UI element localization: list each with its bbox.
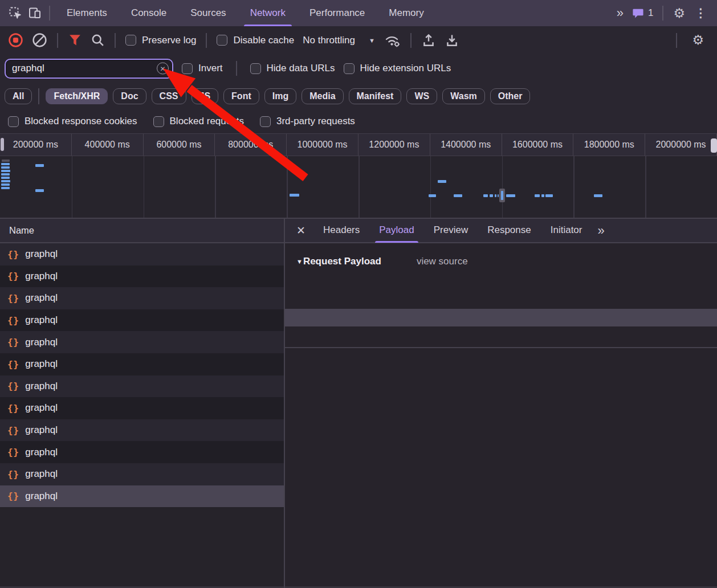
- request-timing-bar[interactable]: [1, 170, 10, 172]
- chip-wasm[interactable]: Wasm: [442, 88, 485, 104]
- more-tabs-icon[interactable]: »: [611, 6, 628, 21]
- ruler-right-handle[interactable]: [711, 138, 717, 153]
- request-timing-bar[interactable]: [495, 194, 496, 197]
- close-details-icon[interactable]: ✕: [288, 224, 313, 237]
- network-conditions-button[interactable]: [384, 33, 401, 48]
- details-more-tabs-icon[interactable]: »: [592, 223, 608, 238]
- request-row[interactable]: {}graphql: [0, 419, 284, 442]
- details-tab-preview[interactable]: Preview: [424, 218, 478, 243]
- request-timing-bar[interactable]: [1, 163, 10, 165]
- payload-query-line-selected[interactable]: query: "query ipFlowTimeseries($accountT…: [285, 309, 717, 326]
- request-timing-bar[interactable]: [498, 194, 499, 197]
- tab-sources[interactable]: Sources: [178, 0, 238, 26]
- chip-img[interactable]: Img: [264, 88, 296, 104]
- clear-network-log-button[interactable]: [32, 32, 47, 48]
- request-row[interactable]: {}graphql: [0, 353, 284, 375]
- payload-root-line[interactable]: ▼{operationName: "ipFlowTimeseries", var…: [285, 272, 717, 290]
- timeline-tick: 1000000 ms: [287, 134, 358, 156]
- device-toolbar-icon[interactable]: [25, 3, 44, 23]
- request-timing-bar[interactable]: [1, 187, 10, 189]
- clear-filter-icon[interactable]: ✕: [157, 63, 169, 75]
- tab-performance[interactable]: Performance: [298, 0, 377, 26]
- request-row[interactable]: {}graphql: [0, 309, 284, 332]
- request-row[interactable]: {}graphql: [0, 243, 284, 266]
- chip-css[interactable]: CSS: [152, 88, 186, 104]
- export-har-button[interactable]: [445, 33, 459, 48]
- invert-checkbox[interactable]: [182, 63, 193, 74]
- tab-elements[interactable]: Elements: [55, 0, 119, 26]
- json-icon: {}: [7, 293, 19, 304]
- request-timing-bar[interactable]: [545, 194, 553, 197]
- chip-media[interactable]: Media: [302, 88, 343, 104]
- request-timing-bar[interactable]: [483, 194, 488, 197]
- chip-ws[interactable]: WS: [406, 88, 437, 104]
- search-button[interactable]: [91, 33, 105, 47]
- chip-all[interactable]: All: [5, 88, 32, 104]
- hide-data-urls-checkbox[interactable]: [250, 63, 261, 74]
- import-har-button[interactable]: [421, 33, 436, 48]
- inspect-element-icon[interactable]: [6, 3, 25, 23]
- request-payload-section[interactable]: ▼ Request Payload: [296, 256, 381, 267]
- request-timing-bar[interactable]: [1, 166, 10, 169]
- request-timing-bar[interactable]: [1, 183, 10, 186]
- network-settings-gear-icon[interactable]: ⚙: [687, 34, 709, 47]
- filter-toggle-button[interactable]: [68, 33, 82, 47]
- record-network-log-button[interactable]: [8, 32, 23, 48]
- third-party-checkbox[interactable]: [260, 116, 271, 127]
- request-timing-bar[interactable]: [1, 173, 10, 175]
- request-timing-bar[interactable]: [2, 160, 10, 162]
- request-row[interactable]: {}graphql: [0, 441, 284, 463]
- ruler-left-handle[interactable]: [1, 138, 4, 151]
- filter-input[interactable]: [5, 59, 173, 79]
- disable-cache-checkbox[interactable]: [217, 35, 227, 46]
- throttling-dropdown[interactable]: No throttling ▼: [303, 35, 375, 46]
- details-tab-initiator[interactable]: Initiator: [541, 218, 592, 243]
- request-timing-bar[interactable]: [1, 177, 10, 179]
- settings-gear-icon[interactable]: ⚙: [668, 7, 690, 20]
- request-timing-bar[interactable]: [594, 194, 602, 197]
- details-tab-payload[interactable]: Payload: [369, 218, 423, 243]
- selected-timing-bar[interactable]: [501, 191, 503, 200]
- tab-network[interactable]: Network: [238, 0, 298, 26]
- request-timing-bar[interactable]: [535, 194, 540, 197]
- request-row[interactable]: {}graphql: [0, 485, 284, 508]
- request-timing-bar[interactable]: [35, 189, 44, 192]
- timeline-ruler[interactable]: 200000 ms400000 ms600000 ms800000 ms1000…: [0, 133, 717, 156]
- chip-doc[interactable]: Doc: [113, 88, 146, 104]
- chip-fetch-xhr[interactable]: Fetch/XHR: [46, 88, 108, 104]
- tab-console[interactable]: Console: [119, 0, 178, 26]
- chip-other[interactable]: Other: [490, 88, 531, 104]
- kebab-menu-icon[interactable]: ⋮: [690, 6, 711, 20]
- request-timing-bar[interactable]: [429, 194, 436, 197]
- request-row[interactable]: {}graphql: [0, 463, 284, 485]
- view-source-link[interactable]: view source: [417, 256, 468, 267]
- request-row[interactable]: {}graphql: [0, 375, 284, 398]
- waterfall-overview[interactable]: [0, 156, 717, 219]
- blocked-requests-checkbox[interactable]: [153, 116, 164, 127]
- request-timing-bar[interactable]: [1, 180, 10, 182]
- hide-extension-urls-checkbox[interactable]: [344, 63, 355, 74]
- request-timing-bar[interactable]: [35, 164, 44, 167]
- request-timing-bar[interactable]: [506, 194, 515, 197]
- request-timing-bar[interactable]: [290, 194, 299, 197]
- request-timing-bar[interactable]: [454, 194, 462, 197]
- chip-font[interactable]: Font: [223, 88, 259, 104]
- tab-memory[interactable]: Memory: [377, 0, 435, 26]
- chip-manifest[interactable]: Manifest: [349, 88, 402, 104]
- request-timing-bar[interactable]: [438, 180, 446, 183]
- chip-js[interactable]: JS: [192, 88, 219, 104]
- details-tab-response[interactable]: Response: [478, 218, 541, 243]
- payload-operation-line[interactable]: operationName: "ipFlowTimeseries": [285, 291, 717, 308]
- request-row[interactable]: {}graphql: [0, 287, 284, 309]
- details-tab-headers[interactable]: Headers: [313, 218, 369, 243]
- blocked-cookies-checkbox[interactable]: [8, 116, 19, 127]
- payload-variables-line[interactable]: ▶variables: {accountTag: "b12e3b2192ee55…: [285, 327, 717, 345]
- request-row[interactable]: {}graphql: [0, 397, 284, 419]
- preserve-log-checkbox[interactable]: [125, 35, 136, 46]
- name-column-header[interactable]: Name: [0, 219, 284, 243]
- request-timing-bar[interactable]: [541, 194, 544, 197]
- request-timing-bar[interactable]: [490, 194, 493, 197]
- console-messages-badge[interactable]: 1: [628, 7, 658, 19]
- request-row[interactable]: {}graphql: [0, 331, 284, 353]
- request-row[interactable]: {}graphql: [0, 266, 284, 288]
